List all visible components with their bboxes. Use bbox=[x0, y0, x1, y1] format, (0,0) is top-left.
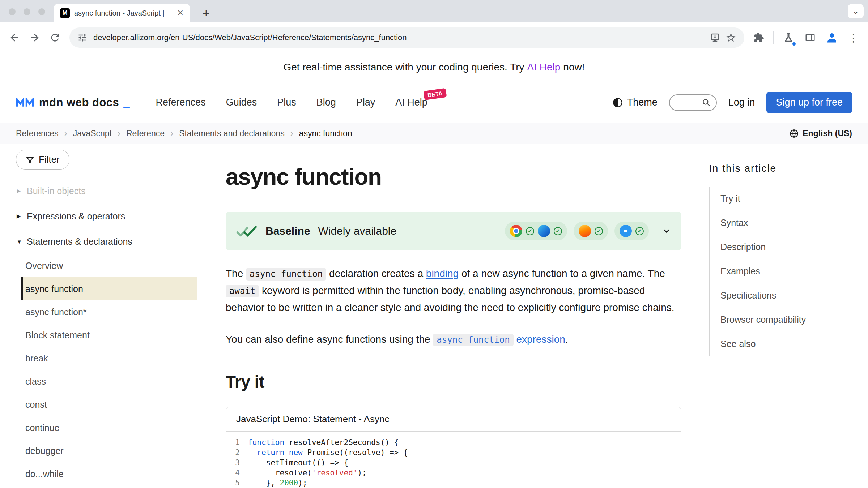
sidebar-item-class[interactable]: class bbox=[21, 370, 197, 393]
sidebar-item-built-in-objects[interactable]: ▶Built-in objects bbox=[16, 178, 204, 204]
sidebar-item-label: class bbox=[25, 376, 46, 387]
breadcrumb-bar: References›JavaScript›Reference›Statemen… bbox=[0, 123, 868, 144]
sidebar-item-expressions-operators[interactable]: ▶Expressions & operators bbox=[16, 204, 204, 229]
sidebar-item-statements-declarations[interactable]: ▼Statements & declarations bbox=[16, 229, 204, 254]
search-cursor: _ bbox=[675, 101, 680, 104]
toc-item-specifications[interactable]: Specifications bbox=[720, 283, 852, 308]
maximize-window-button[interactable] bbox=[38, 8, 45, 15]
back-button[interactable] bbox=[5, 28, 24, 47]
toc-item-try-it[interactable]: Try it bbox=[720, 187, 852, 211]
baseline-check-icon bbox=[236, 225, 258, 237]
promo-text-after: now! bbox=[563, 61, 584, 73]
code-text: resolve('resolved'); bbox=[248, 468, 367, 478]
language-switcher[interactable]: English (US) bbox=[789, 129, 852, 138]
side-panel-button[interactable] bbox=[801, 28, 820, 47]
breadcrumb-item-async-function[interactable]: async function bbox=[299, 129, 352, 138]
tab-list-chevron-button[interactable]: ⌄ bbox=[848, 4, 864, 18]
toc-item-see-also[interactable]: See also bbox=[720, 332, 852, 356]
theme-toggle[interactable]: Theme bbox=[613, 97, 658, 108]
sidebar-item-empty-statement[interactable]: Empty statement bbox=[21, 485, 197, 488]
sidebar-item-block-statement[interactable]: Block statement bbox=[21, 324, 197, 347]
tab-close-icon[interactable]: ✕ bbox=[177, 8, 184, 18]
breadcrumb-item-reference[interactable]: Reference bbox=[126, 129, 165, 138]
code-line: 2 return new Promise((resolve) => { bbox=[231, 448, 681, 458]
code-link-async-function[interactable]: async function bbox=[433, 334, 513, 345]
text-link-expression[interactable]: expression bbox=[514, 334, 565, 345]
interactive-demo: JavaScript Demo: Statement - Async 1func… bbox=[226, 407, 681, 488]
code-line: 1function resolveAfter2Seconds() { bbox=[231, 437, 681, 448]
forward-button[interactable] bbox=[25, 28, 44, 47]
mdn-logo[interactable]: mdn web docs _ bbox=[16, 96, 130, 109]
browser-tab[interactable]: M async function - JavaScript | ✕ bbox=[54, 4, 190, 22]
reload-button[interactable] bbox=[46, 28, 64, 47]
sidebar-item-label: async function* bbox=[25, 307, 87, 317]
minimize-window-button[interactable] bbox=[24, 8, 30, 15]
expand-arrow-icon: ▶ bbox=[17, 188, 23, 194]
notification-dot bbox=[792, 42, 796, 46]
search-icon bbox=[702, 98, 711, 107]
nav-item-plus[interactable]: Plus bbox=[277, 97, 296, 108]
code-line: 5 }, 2000); bbox=[231, 478, 681, 488]
sidebar-item-break[interactable]: break bbox=[21, 347, 197, 370]
code-text: setTimeout(() => { bbox=[248, 458, 348, 468]
article-paragraphs: The async function declaration creates a… bbox=[226, 265, 681, 348]
demo-code[interactable]: 1function resolveAfter2Seconds() {2 retu… bbox=[226, 432, 681, 488]
url-text[interactable]: developer.allizom.org/en-US/docs/Web/Jav… bbox=[93, 33, 704, 42]
mdn-header: mdn web docs _ ReferencesGuidesPlusBlogP… bbox=[0, 82, 868, 123]
promo-banner: Get real-time assistance with your codin… bbox=[0, 53, 868, 82]
address-bar[interactable]: developer.allizom.org/en-US/docs/Web/Jav… bbox=[69, 27, 744, 48]
sidebar-item-do-while[interactable]: do...while bbox=[21, 462, 197, 485]
install-app-icon[interactable] bbox=[710, 32, 720, 43]
sidebar-item-const[interactable]: const bbox=[21, 393, 197, 416]
extensions-button[interactable] bbox=[749, 28, 768, 47]
breadcrumb-item-statements-and-declarations[interactable]: Statements and declarations bbox=[179, 129, 285, 138]
search-input[interactable]: _ bbox=[669, 94, 717, 111]
toc-item-examples[interactable]: Examples bbox=[720, 259, 852, 283]
nav-item-guides[interactable]: Guides bbox=[226, 97, 257, 108]
breadcrumb-item-javascript[interactable]: JavaScript bbox=[73, 129, 112, 138]
log-in-link[interactable]: Log in bbox=[728, 97, 755, 108]
bookmark-star-icon[interactable] bbox=[726, 32, 736, 43]
article-paragraph: The async function declaration creates a… bbox=[226, 265, 681, 316]
ai-help-link[interactable]: AI Help bbox=[527, 61, 561, 73]
sidebar-item-label: const bbox=[25, 399, 47, 410]
sidebar-item-continue[interactable]: continue bbox=[21, 416, 197, 439]
filter-button[interactable]: Filter bbox=[16, 150, 69, 170]
firefox-icon bbox=[579, 225, 591, 237]
article: async function Baseline Widely available… bbox=[226, 144, 681, 488]
inline-code: async function bbox=[433, 334, 513, 346]
experiments-button[interactable] bbox=[779, 28, 798, 47]
sidebar-item-overview[interactable]: Overview bbox=[21, 254, 197, 277]
sidebar-item-debugger[interactable]: debugger bbox=[21, 439, 197, 462]
nav-item-play[interactable]: Play bbox=[356, 97, 375, 108]
profile-avatar[interactable] bbox=[822, 28, 841, 47]
close-window-button[interactable] bbox=[9, 8, 16, 15]
browser-menu-button[interactable]: ⋮ bbox=[844, 28, 863, 47]
code-text: return new Promise((resolve) => { bbox=[248, 448, 408, 458]
sidebar-tree: ▶Built-in objects▶Expressions & operator… bbox=[16, 178, 204, 488]
mdn-logo-icon bbox=[16, 98, 35, 107]
sidebar-item-async-function[interactable]: async function* bbox=[21, 300, 197, 324]
baseline-expand-chevron-icon[interactable] bbox=[662, 226, 671, 236]
browser-toolbar: developer.allizom.org/en-US/docs/Web/Jav… bbox=[0, 22, 868, 53]
breadcrumb-item-references[interactable]: References bbox=[16, 129, 59, 138]
nav-item-blog[interactable]: Blog bbox=[316, 97, 336, 108]
mdn-favicon-icon: M bbox=[60, 8, 70, 18]
mdn-logo-cursor: _ bbox=[123, 96, 129, 109]
toc-item-browser-compatibility[interactable]: Browser compatibility bbox=[720, 308, 852, 332]
toc-item-description[interactable]: Description bbox=[720, 235, 852, 259]
tab-title: async function - JavaScript | bbox=[74, 9, 173, 17]
sidebar-item-label: do...while bbox=[25, 469, 64, 479]
sign-up-button[interactable]: Sign up for free bbox=[766, 92, 852, 113]
text-link-binding[interactable]: binding bbox=[426, 268, 459, 279]
promo-text-before: Get real-time assistance with your codin… bbox=[283, 61, 524, 73]
baseline-browsers: ✓✓✓✓ bbox=[505, 222, 649, 240]
toc-item-syntax[interactable]: Syntax bbox=[720, 211, 852, 235]
mdn-logo-text: mdn web docs bbox=[39, 96, 119, 109]
sidebar-item-async-function[interactable]: async function bbox=[21, 277, 197, 300]
support-check-icon: ✓ bbox=[635, 227, 644, 235]
nav-item-references[interactable]: References bbox=[156, 97, 206, 108]
site-settings-icon[interactable] bbox=[77, 33, 88, 43]
new-tab-button[interactable]: + bbox=[198, 5, 214, 21]
nav-item-ai-help[interactable]: AI HelpBETA bbox=[395, 97, 427, 108]
